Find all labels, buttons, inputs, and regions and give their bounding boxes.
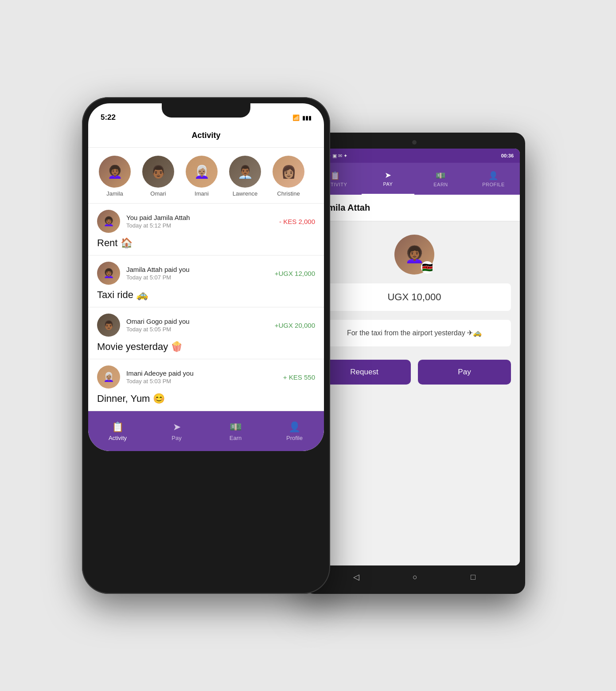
android-pay-icon: ➤ bbox=[385, 170, 392, 180]
iphone-status-icons: 📶 ▮▮▮ bbox=[292, 114, 312, 121]
iphone-bottom-nav: 📋 Activity ➤ Pay 💵 Earn 👤 Profile bbox=[88, 411, 324, 451]
android-note-box: For the taxi from the airport yesterday … bbox=[318, 320, 511, 346]
iphone-content: Activity 👩🏾‍🦱 Jamila 👨🏾 Omari 👩🏽‍🦳 Im bbox=[88, 126, 324, 451]
request-button[interactable]: Request bbox=[318, 360, 411, 385]
activity-row-4: 👩🏽‍🦳 Imani Adeoye paid you Today at 5:03… bbox=[97, 365, 315, 389]
activity-item-3[interactable]: 👨🏾 Omari Gogo paid you Today at 5:05 PM … bbox=[88, 307, 324, 359]
android-profile-icon: 👤 bbox=[488, 171, 499, 181]
activity-name-2: Jamila Attah paid you bbox=[126, 266, 269, 273]
contact-avatar-christine: 👩🏽 bbox=[273, 156, 304, 188]
android-amount-box: UGX 10,000 bbox=[318, 283, 511, 311]
android-screen: ▲ ⊣ ✦ ▣ ✉ ✦ 00:36 📋 ACTIVITY ➤ PAY 💵 EAR… bbox=[309, 149, 520, 565]
nav-activity[interactable]: 📋 Activity bbox=[88, 411, 147, 451]
contact-avatar-imani: 👩🏽‍🦳 bbox=[186, 156, 218, 188]
android-nav-earn[interactable]: 💵 EARN bbox=[414, 163, 467, 195]
android-flag: 🇰🇪 bbox=[421, 261, 433, 274]
activity-info-4: Imani Adeoye paid you Today at 5:03 PM bbox=[126, 369, 277, 385]
contact-avatar-lawrence: 👨🏾‍💼 bbox=[229, 156, 261, 188]
contact-avatar-jamila: 👩🏾‍🦱 bbox=[99, 156, 131, 188]
android-top-nav: 📋 ACTIVITY ➤ PAY 💵 EARN 👤 PROFILE bbox=[309, 163, 520, 195]
activity-avatar-1: 👩🏾‍🦱 bbox=[97, 210, 120, 233]
activity-note-4: Dinner, Yum 😊 bbox=[97, 393, 315, 404]
nav-profile[interactable]: 👤 Profile bbox=[265, 411, 324, 451]
contacts-row: 👩🏾‍🦱 Jamila 👨🏾 Omari 👩🏽‍🦳 Imani 👨🏾‍💼 La bbox=[88, 148, 324, 204]
activity-list: 👩🏾‍🦱 You paid Jamila Attah Today at 5:12… bbox=[88, 204, 324, 411]
contact-lawrence[interactable]: 👨🏾‍💼 Lawrence bbox=[227, 156, 263, 197]
android-profile-label: PROFILE bbox=[482, 182, 505, 187]
activity-row-1: 👩🏾‍🦱 You paid Jamila Attah Today at 5:12… bbox=[97, 210, 315, 233]
profile-nav-icon: 👤 bbox=[289, 421, 300, 433]
activity-row-3: 👨🏾 Omari Gogo paid you Today at 5:05 PM … bbox=[97, 314, 315, 337]
pay-nav-icon: ➤ bbox=[173, 421, 181, 433]
contact-name-omari: Omari bbox=[150, 190, 166, 197]
contact-omari[interactable]: 👨🏾 Omari bbox=[140, 156, 176, 197]
activity-title: Activity bbox=[191, 131, 220, 140]
activity-nav-icon: 📋 bbox=[112, 421, 124, 433]
android-earn-label: EARN bbox=[433, 182, 448, 187]
activity-amount-2: +UGX 12,000 bbox=[275, 270, 315, 277]
activity-info-3: Omari Gogo paid you Today at 5:05 PM bbox=[126, 318, 269, 333]
contact-name-lawrence: Lawrence bbox=[233, 190, 257, 197]
android-home-button[interactable]: ○ bbox=[413, 573, 417, 582]
activity-item-4[interactable]: 👩🏽‍🦳 Imani Adeoye paid you Today at 5:03… bbox=[88, 359, 324, 411]
android-avatar-wrap: 👩🏾‍🦱 🇰🇪 bbox=[394, 235, 434, 275]
activity-amount-3: +UGX 20,000 bbox=[275, 322, 315, 329]
activity-note-2: Taxi ride 🚕 bbox=[97, 289, 315, 301]
activity-note-1: Rent 🏠 bbox=[97, 237, 315, 249]
wifi-icon: 📶 bbox=[292, 114, 300, 121]
android-note: For the taxi from the airport yesterday … bbox=[347, 329, 482, 337]
contact-name-imani: Imani bbox=[195, 190, 209, 197]
activity-item-2[interactable]: 👩🏾‍🦱 Jamila Attah paid you Today at 5:07… bbox=[88, 255, 324, 307]
android-earn-icon: 💵 bbox=[436, 171, 446, 181]
activity-amount-4: + KES 550 bbox=[283, 373, 315, 381]
activity-row-2: 👩🏾‍🦱 Jamila Attah paid you Today at 5:07… bbox=[97, 262, 315, 285]
earn-nav-label: Earn bbox=[230, 435, 242, 441]
android-bottom-bar: ◁ ○ □ bbox=[309, 565, 520, 589]
activity-item-1[interactable]: 👩🏾‍🦱 You paid Jamila Attah Today at 5:12… bbox=[88, 204, 324, 255]
android-nav-pay[interactable]: ➤ PAY bbox=[362, 163, 414, 195]
scene: 5:22 📶 ▮▮▮ Activity 👩🏾‍🦱 Jamila bbox=[82, 97, 534, 594]
activity-note-3: Movie yesterday 🍿 bbox=[97, 341, 315, 353]
activity-info-2: Jamila Attah paid you Today at 5:07 PM bbox=[126, 266, 269, 281]
pay-nav-label: Pay bbox=[172, 435, 181, 441]
android-status-time: 00:36 bbox=[501, 153, 514, 158]
android-amount: UGX 10,000 bbox=[387, 291, 441, 302]
pay-button[interactable]: Pay bbox=[418, 360, 511, 385]
iphone-notch bbox=[162, 103, 250, 118]
android-device: ▲ ⊣ ✦ ▣ ✉ ✦ 00:36 📋 ACTIVITY ➤ PAY 💵 EAR… bbox=[304, 133, 525, 594]
activity-time-3: Today at 5:05 PM bbox=[126, 326, 269, 333]
contact-imani[interactable]: 👩🏽‍🦳 Imani bbox=[184, 156, 219, 197]
android-recent-button[interactable]: □ bbox=[471, 573, 476, 582]
contact-name-christine: Christine bbox=[277, 190, 300, 197]
activity-avatar-4: 👩🏽‍🦳 bbox=[97, 365, 120, 389]
activity-info-1: You paid Jamila Attah Today at 5:12 PM bbox=[126, 214, 273, 229]
activity-name-3: Omari Gogo paid you bbox=[126, 318, 269, 325]
iphone-header: Activity bbox=[88, 126, 324, 148]
profile-nav-label: Profile bbox=[286, 435, 303, 441]
battery-icon: ▮▮▮ bbox=[302, 114, 312, 121]
activity-time-1: Today at 5:12 PM bbox=[126, 222, 273, 229]
android-pay-content: 👩🏾‍🦱 🇰🇪 UGX 10,000 For the taxi from the… bbox=[309, 221, 520, 565]
android-activity-icon: 📋 bbox=[330, 171, 340, 181]
earn-nav-icon: 💵 bbox=[230, 421, 242, 433]
iphone-device: 5:22 📶 ▮▮▮ Activity 👩🏾‍🦱 Jamila bbox=[82, 97, 330, 594]
android-recipient-name: Jamila Attah bbox=[318, 203, 511, 213]
iphone-time: 5:22 bbox=[101, 113, 116, 122]
activity-amount-1: - KES 2,000 bbox=[279, 218, 315, 225]
android-pay-body: 👩🏾‍🦱 🇰🇪 UGX 10,000 For the taxi from the… bbox=[309, 221, 520, 565]
activity-name-1: You paid Jamila Attah bbox=[126, 214, 273, 221]
contact-jamila[interactable]: 👩🏾‍🦱 Jamila bbox=[97, 156, 133, 197]
activity-avatar-2: 👩🏾‍🦱 bbox=[97, 262, 120, 285]
android-back-button[interactable]: ◁ bbox=[353, 572, 359, 582]
activity-avatar-3: 👨🏾 bbox=[97, 314, 120, 337]
activity-time-2: Today at 5:07 PM bbox=[126, 274, 269, 281]
iphone-screen: 5:22 📶 ▮▮▮ Activity 👩🏾‍🦱 Jamila bbox=[88, 103, 324, 451]
contact-christine[interactable]: 👩🏽 Christine bbox=[271, 156, 306, 197]
contact-name-jamila: Jamila bbox=[106, 190, 123, 197]
nav-earn[interactable]: 💵 Earn bbox=[206, 411, 265, 451]
android-camera bbox=[412, 140, 417, 145]
android-status-bar: ▲ ⊣ ✦ ▣ ✉ ✦ 00:36 bbox=[309, 149, 520, 163]
nav-pay[interactable]: ➤ Pay bbox=[147, 411, 206, 451]
activity-nav-label: Activity bbox=[109, 435, 127, 441]
android-nav-profile[interactable]: 👤 PROFILE bbox=[467, 163, 520, 195]
